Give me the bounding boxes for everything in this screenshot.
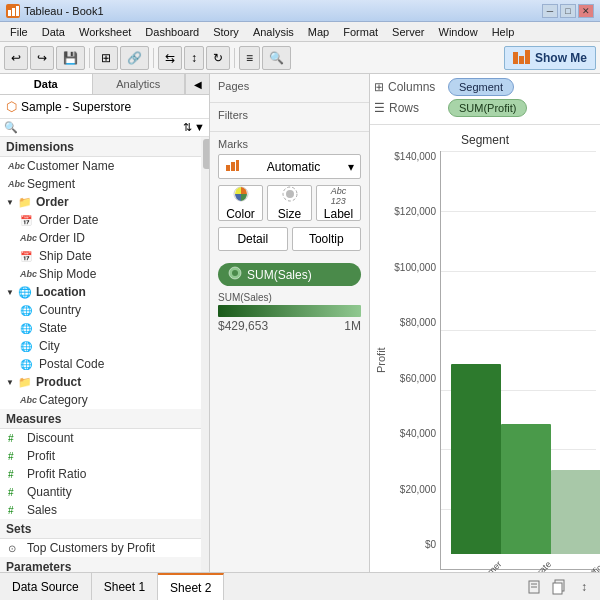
columns-segment-pill[interactable]: Segment bbox=[448, 78, 514, 96]
toolbar-redo[interactable]: ↪ bbox=[30, 46, 54, 70]
menu-dashboard[interactable]: Dashboard bbox=[139, 24, 205, 40]
tooltip-button[interactable]: Tooltip bbox=[292, 227, 362, 251]
title-bar: Tableau - Book1 ─ □ ✕ bbox=[0, 0, 600, 22]
bars-group: Consumer Corporate Home Office bbox=[441, 151, 596, 569]
bar-home-office[interactable]: Home Office bbox=[551, 470, 600, 569]
calendar-icon-order-date: 📅 bbox=[20, 215, 34, 226]
menu-worksheet[interactable]: Worksheet bbox=[73, 24, 137, 40]
y-tick-0: $0 bbox=[425, 539, 436, 550]
menu-help[interactable]: Help bbox=[486, 24, 521, 40]
tab-sheet-1[interactable]: Sheet 1 bbox=[92, 573, 158, 600]
detail-button[interactable]: Detail bbox=[218, 227, 288, 251]
field-label-postal-code: Postal Code bbox=[39, 357, 104, 371]
data-source-row: ⬡ Sample - Superstore bbox=[0, 95, 209, 119]
toolbar-refresh[interactable]: ↻ bbox=[206, 46, 230, 70]
tab-analytics[interactable]: Analytics bbox=[93, 74, 186, 94]
field-segment[interactable]: Abc Segment bbox=[0, 175, 201, 193]
chart-plot: $140,000 $120,000 $100,000 $80,000 $60,0… bbox=[388, 151, 596, 570]
menu-bar: File Data Worksheet Dashboard Story Anal… bbox=[0, 22, 600, 42]
tab-data-source[interactable]: Data Source bbox=[0, 573, 92, 600]
menu-story[interactable]: Story bbox=[207, 24, 245, 40]
svg-point-13 bbox=[232, 270, 238, 276]
globe-icon-postal: 🌐 bbox=[20, 359, 34, 370]
duplicate-sheet-icon[interactable] bbox=[550, 577, 570, 597]
product-group[interactable]: ▼ 📁 Product bbox=[0, 373, 201, 391]
field-state[interactable]: 🌐 State bbox=[0, 319, 201, 337]
sort-sheets-icon[interactable]: ↕ bbox=[574, 577, 594, 597]
menu-format[interactable]: Format bbox=[337, 24, 384, 40]
bar-corporate-rect bbox=[501, 424, 551, 554]
rows-profit-pill[interactable]: SUM(Profit) bbox=[448, 99, 527, 117]
left-panel-scrollbar[interactable] bbox=[201, 137, 209, 572]
menu-file[interactable]: File bbox=[4, 24, 34, 40]
field-ship-date[interactable]: 📅 Ship Date bbox=[0, 247, 201, 265]
minimize-button[interactable]: ─ bbox=[542, 4, 558, 18]
window-controls[interactable]: ─ □ ✕ bbox=[542, 4, 594, 18]
menu-analysis[interactable]: Analysis bbox=[247, 24, 300, 40]
add-sheet-icon[interactable] bbox=[526, 577, 546, 597]
field-label-city: City bbox=[39, 339, 60, 353]
filters-label: Filters bbox=[218, 109, 361, 121]
show-me-chart-icon bbox=[513, 48, 531, 67]
field-profit[interactable]: # Profit bbox=[0, 447, 201, 465]
left-panel-scrollbar-thumb[interactable] bbox=[203, 139, 209, 169]
legend-min: $429,653 bbox=[218, 319, 268, 333]
toolbar-highlight[interactable]: 🔍 bbox=[262, 46, 291, 70]
sort-icon: ↕ bbox=[191, 51, 197, 65]
size-button[interactable]: Size bbox=[267, 185, 312, 221]
maximize-button[interactable]: □ bbox=[560, 4, 576, 18]
field-top-customers[interactable]: ⊙ Top Customers by Profit bbox=[0, 539, 201, 557]
field-order-date[interactable]: 📅 Order Date bbox=[0, 211, 201, 229]
location-group[interactable]: ▼ 🌐 Location bbox=[0, 283, 201, 301]
search-icon: 🔍 bbox=[4, 121, 18, 134]
toolbar-add-datasource[interactable]: ⊞ bbox=[94, 46, 118, 70]
field-discount[interactable]: # Discount bbox=[0, 429, 201, 447]
toolbar-separator-3 bbox=[234, 48, 235, 68]
toolbar-save[interactable]: 💾 bbox=[56, 46, 85, 70]
filter-fields-icon[interactable]: ▼ bbox=[194, 121, 205, 134]
toolbar-undo[interactable]: ↩ bbox=[4, 46, 28, 70]
panel-collapse-button[interactable]: ◀ bbox=[185, 74, 209, 94]
menu-window[interactable]: Window bbox=[433, 24, 484, 40]
field-city[interactable]: 🌐 City bbox=[0, 337, 201, 355]
field-order-id[interactable]: Abc Order ID bbox=[0, 229, 201, 247]
menu-map[interactable]: Map bbox=[302, 24, 335, 40]
field-postal-code[interactable]: 🌐 Postal Code bbox=[0, 355, 201, 373]
tab-sheet-2[interactable]: Sheet 2 bbox=[158, 573, 224, 600]
toolbar-swap[interactable]: ⇆ bbox=[158, 46, 182, 70]
bar-consumer[interactable]: Consumer bbox=[451, 364, 501, 569]
field-quantity[interactable]: # Quantity bbox=[0, 483, 201, 501]
parameters-label: Parameters bbox=[6, 560, 71, 572]
bar-corporate-label: Corporate bbox=[518, 559, 553, 572]
bar-corporate[interactable]: Corporate bbox=[501, 424, 551, 569]
hash-icon-profit-ratio: # bbox=[8, 469, 22, 480]
field-ship-mode[interactable]: Abc Ship Mode bbox=[0, 265, 201, 283]
field-category[interactable]: Abc Category bbox=[0, 391, 201, 409]
data-source-name: Sample - Superstore bbox=[21, 100, 131, 114]
y-tick-60k: $60,000 bbox=[400, 373, 436, 384]
detail-tooltip-row: Detail Tooltip bbox=[218, 227, 361, 251]
show-me-button[interactable]: Show Me bbox=[504, 46, 596, 70]
svg-rect-18 bbox=[553, 583, 562, 594]
size-icon bbox=[281, 185, 299, 206]
svg-rect-5 bbox=[525, 50, 530, 64]
toolbar-format[interactable]: ≡ bbox=[239, 46, 260, 70]
order-group[interactable]: ▼ 📁 Order bbox=[0, 193, 201, 211]
menu-data[interactable]: Data bbox=[36, 24, 71, 40]
sort-fields-icon[interactable]: ⇅ bbox=[183, 121, 192, 134]
toolbar-connect[interactable]: 🔗 bbox=[120, 46, 149, 70]
close-button[interactable]: ✕ bbox=[578, 4, 594, 18]
tab-data[interactable]: Data bbox=[0, 74, 93, 94]
field-customer-name[interactable]: Abc Customer Name bbox=[0, 157, 201, 175]
menu-server[interactable]: Server bbox=[386, 24, 430, 40]
field-profit-ratio[interactable]: # Profit Ratio bbox=[0, 465, 201, 483]
location-group-label: Location bbox=[36, 285, 86, 299]
label-button[interactable]: Abc123 Label bbox=[316, 185, 361, 221]
field-country[interactable]: 🌐 Country bbox=[0, 301, 201, 319]
size-label: Size bbox=[278, 207, 301, 221]
sum-sales-pill[interactable]: SUM(Sales) bbox=[218, 263, 361, 286]
field-sales[interactable]: # Sales bbox=[0, 501, 201, 519]
toolbar-sort[interactable]: ↕ bbox=[184, 46, 204, 70]
color-button[interactable]: Color bbox=[218, 185, 263, 221]
marks-type-dropdown[interactable]: Automatic ▾ bbox=[218, 154, 361, 179]
